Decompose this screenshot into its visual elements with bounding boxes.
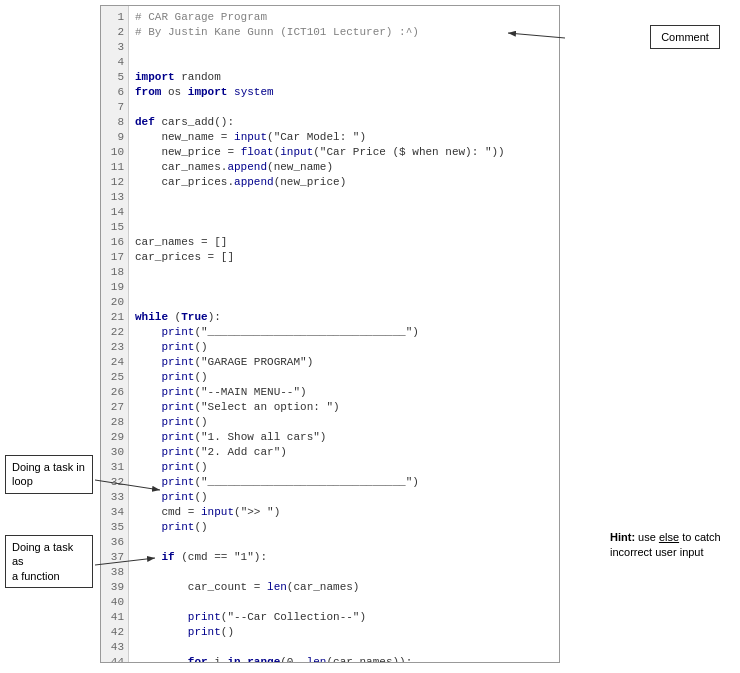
code-line: print() — [135, 415, 559, 430]
code-line: print() — [135, 370, 559, 385]
code-line: print() — [135, 520, 559, 535]
code-line — [135, 220, 559, 235]
code-line — [135, 100, 559, 115]
code-line — [135, 565, 559, 580]
line-number: 25 — [105, 370, 124, 385]
code-line — [135, 55, 559, 70]
code-line: print("--Car Collection--") — [135, 610, 559, 625]
code-line: print("1. Show all cars") — [135, 430, 559, 445]
code-line: print() — [135, 625, 559, 640]
code-line: import random — [135, 70, 559, 85]
line-number: 34 — [105, 505, 124, 520]
code-line: new_name = input("Car Model: ") — [135, 130, 559, 145]
line-number: 8 — [105, 115, 124, 130]
code-content: # CAR Garage Program# By Justin Kane Gun… — [129, 6, 559, 662]
line-number: 39 — [105, 580, 124, 595]
task-in-loop-annotation: Doing a task in loop — [5, 455, 93, 494]
code-line: # By Justin Kane Gunn (ICT101 Lecturer) … — [135, 25, 559, 40]
line-number: 24 — [105, 355, 124, 370]
code-line: cmd = input(">> ") — [135, 505, 559, 520]
line-number: 14 — [105, 205, 124, 220]
code-line: print() — [135, 490, 559, 505]
code-line: from os import system — [135, 85, 559, 100]
code-line — [135, 280, 559, 295]
line-number: 26 — [105, 385, 124, 400]
code-line: car_names = [] — [135, 235, 559, 250]
code-line — [135, 535, 559, 550]
code-line: print() — [135, 340, 559, 355]
line-number: 22 — [105, 325, 124, 340]
code-line: def cars_add(): — [135, 115, 559, 130]
line-number: 30 — [105, 445, 124, 460]
line-number: 2 — [105, 25, 124, 40]
code-line: print("Select an option: ") — [135, 400, 559, 415]
line-number: 19 — [105, 280, 124, 295]
line-number: 6 — [105, 85, 124, 100]
line-number: 27 — [105, 400, 124, 415]
code-panel: 1234567891011121314151617181920212223242… — [100, 5, 560, 663]
line-number: 40 — [105, 595, 124, 610]
line-number: 15 — [105, 220, 124, 235]
code-line: # CAR Garage Program — [135, 10, 559, 25]
code-line: car_names.append(new_name) — [135, 160, 559, 175]
line-number: 7 — [105, 100, 124, 115]
line-number: 21 — [105, 310, 124, 325]
line-number: 4 — [105, 55, 124, 70]
line-number: 20 — [105, 295, 124, 310]
line-number: 32 — [105, 475, 124, 490]
line-number: 31 — [105, 460, 124, 475]
line-number: 36 — [105, 535, 124, 550]
line-number: 3 — [105, 40, 124, 55]
line-number: 41 — [105, 610, 124, 625]
line-number: 12 — [105, 175, 124, 190]
line-number: 28 — [105, 415, 124, 430]
line-number: 42 — [105, 625, 124, 640]
code-line: print("______________________________") — [135, 475, 559, 490]
line-number: 10 — [105, 145, 124, 160]
line-number: 37 — [105, 550, 124, 565]
line-number: 33 — [105, 490, 124, 505]
line-number: 17 — [105, 250, 124, 265]
line-number: 38 — [105, 565, 124, 580]
line-number: 43 — [105, 640, 124, 655]
code-line — [135, 190, 559, 205]
line-number: 23 — [105, 340, 124, 355]
code-line: new_price = float(input("Car Price ($ wh… — [135, 145, 559, 160]
line-number: 35 — [105, 520, 124, 535]
line-number: 18 — [105, 265, 124, 280]
code-line: print("--MAIN MENU--") — [135, 385, 559, 400]
code-line — [135, 295, 559, 310]
line-number: 1 — [105, 10, 124, 25]
code-line: print() — [135, 460, 559, 475]
line-number: 11 — [105, 160, 124, 175]
comment-annotation: Comment — [650, 25, 720, 49]
task-as-function-annotation: Doing a task as a function — [5, 535, 93, 588]
line-number: 5 — [105, 70, 124, 85]
code-line — [135, 40, 559, 55]
code-line: print("______________________________") — [135, 325, 559, 340]
code-line — [135, 265, 559, 280]
line-number: 13 — [105, 190, 124, 205]
line-number: 44 — [105, 655, 124, 662]
main-container: 1234567891011121314151617181920212223242… — [0, 0, 740, 673]
line-numbers: 1234567891011121314151617181920212223242… — [101, 6, 129, 662]
code-line — [135, 640, 559, 655]
line-number: 29 — [105, 430, 124, 445]
line-number: 16 — [105, 235, 124, 250]
code-line — [135, 205, 559, 220]
code-line: for i in range(0, len(car_names)): — [135, 655, 559, 662]
code-line: print("GARAGE PROGRAM") — [135, 355, 559, 370]
code-line: car_prices = [] — [135, 250, 559, 265]
code-line: while (True): — [135, 310, 559, 325]
code-line: car_count = len(car_names) — [135, 580, 559, 595]
line-number: 9 — [105, 130, 124, 145]
hint-annotation: Hint: use else to catch incorrect user i… — [610, 530, 725, 561]
code-line: car_prices.append(new_price) — [135, 175, 559, 190]
code-line: print("2. Add car") — [135, 445, 559, 460]
code-area: 1234567891011121314151617181920212223242… — [101, 6, 559, 662]
code-line — [135, 595, 559, 610]
code-line: if (cmd == "1"): — [135, 550, 559, 565]
